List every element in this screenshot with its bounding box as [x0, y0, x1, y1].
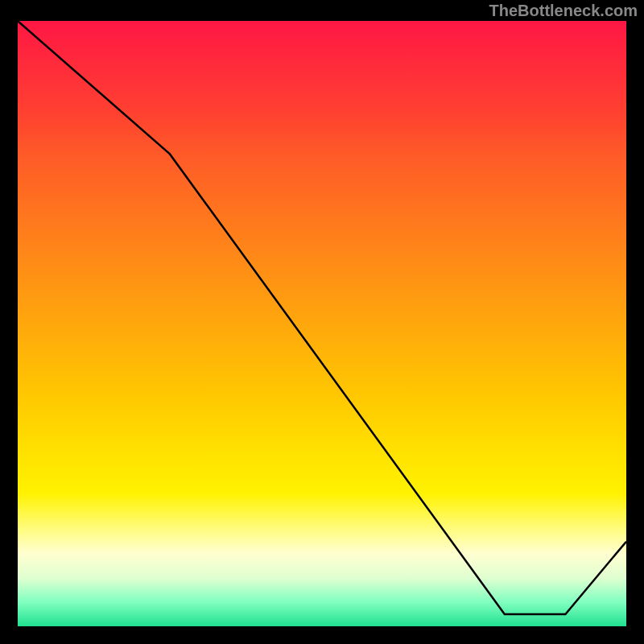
chart-line-svg [18, 21, 626, 626]
bottleneck-curve-path [18, 21, 626, 614]
plot-area [18, 21, 626, 626]
attribution-text: TheBottleneck.com [489, 2, 638, 20]
chart-container: TheBottleneck.com [0, 0, 644, 644]
